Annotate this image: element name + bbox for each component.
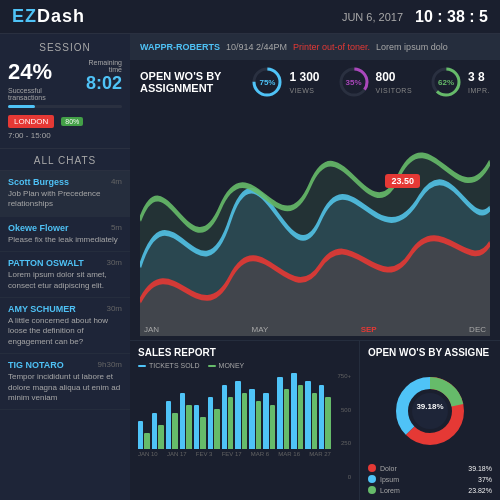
main-layout: SESSION 24% Successful transactions Rema… [0,34,500,500]
session-time: 8:02 [77,73,122,94]
bar-green [228,397,233,449]
progress-bar-wrap [8,105,122,108]
wave-label-sep: SEP [361,325,377,334]
bar-blue [263,393,268,449]
donut-legend: Dolor 39.18% Ipsum 37% Lorem 23.82% [368,464,492,494]
kpi-data: 800 VISITORS [376,69,413,96]
bar-blue [166,401,171,449]
session-stats: 24% Successful transactions Remaining ti… [8,59,122,101]
chat-message: Lorem ipsum dolor sit amet, consect etur… [8,270,122,291]
chat-name: PATTON OSWALT [8,258,84,268]
bar-blue [291,373,296,449]
bar-green [200,417,205,449]
chat-item[interactable]: PATTON OSWALT 30m Lorem ipsum dolor sit … [0,252,130,298]
bar-blue [235,381,240,449]
chat-name: AMY SCHUMER [8,304,76,314]
wave-label-jan: JAN [144,325,159,334]
legend-tickets-label: TICKETS SOLD [149,362,200,369]
x-label: MAR 27 [309,451,331,457]
header-right: JUN 6, 2017 10 : 38 : 5 [342,8,488,26]
online-badge: 80% [61,117,83,126]
bar-green [256,401,261,449]
logo: EZDash [12,6,85,27]
x-label: FEV 17 [222,451,242,457]
donut-svg: 39.18% [390,371,470,451]
all-chats-title: ALL CHATS [0,149,130,171]
kpi-circle: 35% [338,66,370,98]
donut-segment-value: 39.18% [468,465,492,472]
bar-blue [180,393,185,449]
bar-blue [138,421,143,449]
ticker-lorem: Lorem ipsum dolo [376,42,448,52]
donut-segment-label: Lorem [380,487,400,494]
progress-bar-fill [8,105,35,108]
sidebar: SESSION 24% Successful transactions Rema… [0,34,130,500]
kpi-percent: 35% [345,78,361,87]
x-label: JAN 17 [167,451,187,457]
donut-segment-label: Dolor [380,465,397,472]
bar-blue [152,413,157,449]
kpi-circle: 62% [430,66,462,98]
bar-green [214,409,219,449]
donut-legend-item: Dolor 39.18% [368,464,492,472]
session-label: Successful transactions [8,87,77,101]
bar-column [305,381,317,449]
bar-column [152,413,164,449]
donut-legend-item: Lorem 23.82% [368,486,492,494]
sales-legend: TICKETS SOLD MONEY [138,362,351,369]
session-title: SESSION [8,42,122,53]
bar-green [298,385,303,449]
bar-blue [194,405,199,449]
donut-segment-value: 23.82% [468,487,492,494]
kpi-percent: 62% [438,78,454,87]
x-label: JAN 10 [138,451,158,457]
legend-tickets: TICKETS SOLD [138,362,200,369]
bar-column [249,389,261,449]
logo-suffix: Dash [37,6,85,26]
donut-segment-label: Ipsum [380,476,399,483]
donut-chart: 39.18% [368,362,492,460]
kpi-data: 3 8 IMPR. [468,69,490,96]
bar-column [277,377,289,449]
bar-blue [249,389,254,449]
location-badge: LONDON 80% [8,112,122,131]
content-area: WAPPR-ROBERTS 10/914 2/44PM Printer out-… [130,34,500,500]
time-range: 7:00 - 15:00 [8,131,122,140]
x-label: MAR 6 [251,451,269,457]
session-box: SESSION 24% Successful transactions Rema… [0,34,130,149]
ticker-info: 10/914 2/44PM [226,42,287,52]
kpi-label: VISITORS [376,86,413,96]
kpi-label: VIEWS [289,86,319,96]
chat-time: 30m [106,258,122,268]
kpi-circle: 75% [251,66,283,98]
session-remaining-label: Remaining time [77,59,122,73]
kpi-item: 62% 3 8 IMPR. [430,66,490,98]
bar-blue [277,377,282,449]
donut-segment-value: 37% [478,476,492,483]
bar-green [242,393,247,449]
bar-green [270,405,275,449]
header-time: 10 : 38 : 5 [415,8,488,26]
chat-item[interactable]: TIG NOTARO 9h30m Tempor incididunt ut la… [0,354,130,410]
x-label: MAR 16 [278,451,300,457]
donut-title: OPEN WO'S BY ASSIGNE [368,347,492,358]
chat-time: 9h30m [98,360,122,370]
bar-column [222,385,234,449]
legend-money-label: MONEY [219,362,245,369]
bar-column [235,381,247,449]
kpi-label: IMPR. [468,86,490,96]
x-axis-labels: JAN 10JAN 17FEV 3FEV 17MAR 6MAR 16MAR 27 [138,451,351,457]
kpi-item: 35% 800 VISITORS [338,66,413,98]
chat-message: Please fix the leak immediately [8,235,122,245]
bar-chart [138,373,351,449]
session-percent: 24% [8,59,77,85]
chat-item[interactable]: AMY SCHUMER 30m A little concerned about… [0,298,130,354]
chat-item[interactable]: Scott Burgess 4m Job Plan with Precedenc… [0,171,130,217]
bar-green [312,393,317,449]
chat-item[interactable]: Okewe Flower 5m Please fix the leak imme… [0,217,130,252]
kpi-percent: 75% [259,78,275,87]
ticker-name: WAPPR-ROBERTS [140,42,220,52]
svg-text:39.18%: 39.18% [416,402,443,411]
donut-dot [368,486,376,494]
header-date: JUN 6, 2017 [342,11,403,23]
